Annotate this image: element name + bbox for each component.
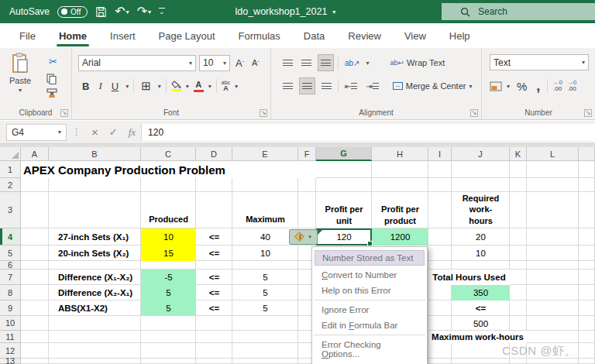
cell-H4[interactable]: 1200: [372, 228, 428, 246]
decrease-indent-button[interactable]: ⇤: [342, 77, 359, 94]
grid-cell-blank[interactable]: [141, 316, 196, 331]
borders-button[interactable]: ⊞: [139, 77, 153, 94]
grid-cell-blank[interactable]: [316, 178, 372, 192]
grid-cell-blank[interactable]: [527, 228, 579, 246]
grid-cell-blank[interactable]: [232, 359, 298, 364]
menu-item-ignore-error[interactable]: Ignore Error: [312, 302, 427, 318]
cell-D8[interactable]: <=: [196, 285, 232, 300]
grid-cell-blank[interactable]: [232, 343, 298, 359]
row-header-4[interactable]: 4: [0, 228, 21, 246]
col-header-F[interactable]: F: [298, 147, 316, 161]
grid-cell-blank[interactable]: [428, 228, 452, 246]
row-header-1[interactable]: 1: [0, 161, 21, 178]
tab-data[interactable]: Data: [292, 23, 336, 48]
grid-cell-blank[interactable]: [510, 178, 527, 192]
grid-cell-blank[interactable]: [21, 270, 49, 285]
percent-style-button[interactable]: %: [514, 77, 529, 94]
grid-cell-blank[interactable]: [298, 192, 316, 228]
grid-cell-blank[interactable]: [49, 331, 141, 343]
grid-cell-blank[interactable]: [141, 178, 196, 192]
grid-cell-blank[interactable]: [510, 192, 527, 228]
orientation-caret-icon[interactable]: ▾: [366, 60, 370, 67]
grid-cell-blank[interactable]: [579, 161, 595, 178]
grid-cell-blank[interactable]: [21, 316, 49, 331]
cell-B5[interactable]: 20-inch Sets (X₂): [49, 246, 141, 261]
grid-cell-blank[interactable]: [21, 285, 49, 300]
grid-cell-blank[interactable]: [452, 161, 510, 178]
font-color-button[interactable]: A: [194, 81, 204, 92]
grid-cell-blank[interactable]: [428, 316, 452, 331]
grid-cell-blank[interactable]: [49, 343, 141, 359]
borders-caret-icon[interactable]: ▾: [158, 83, 161, 90]
grid-cell-blank[interactable]: [428, 161, 452, 178]
tab-help[interactable]: Help: [438, 23, 482, 48]
fill-color-caret-icon[interactable]: ▾: [186, 83, 189, 90]
grid-cell-blank[interactable]: [21, 246, 49, 261]
grid-cell-blank[interactable]: [510, 300, 527, 316]
font-size-select[interactable]: 10▾: [199, 55, 230, 71]
redo-button[interactable]: ↷▾: [137, 5, 151, 18]
col-header-I[interactable]: I: [428, 147, 452, 161]
grid-cell-blank[interactable]: [141, 359, 196, 364]
accounting-format-button[interactable]: [490, 81, 502, 91]
row-header-3[interactable]: 3: [0, 192, 21, 228]
cell-G4[interactable]: 120: [316, 228, 372, 246]
align-right-button[interactable]: [319, 77, 334, 94]
align-bottom-button[interactable]: [318, 54, 334, 71]
grid-cell-blank[interactable]: [510, 270, 527, 285]
number-dialog-launcher[interactable]: ↘: [584, 109, 592, 117]
grid-cell-blank[interactable]: [428, 359, 452, 364]
autosave-toggle[interactable]: Off: [57, 6, 88, 18]
cell-J9[interactable]: <=: [452, 300, 510, 316]
paste-caret-icon[interactable]: ▾: [19, 87, 22, 94]
grid-cell-blank[interactable]: [196, 261, 232, 270]
grid-cell-blank[interactable]: [21, 228, 49, 246]
copy-button[interactable]: [46, 74, 60, 84]
grid-cell-blank[interactable]: [428, 192, 452, 228]
col-header-B[interactable]: B: [49, 147, 141, 161]
col-header-A[interactable]: A: [21, 147, 49, 161]
formula-input[interactable]: 120: [141, 124, 595, 141]
decrease-decimal-button[interactable]: →0.00: [567, 80, 576, 92]
cell-C5[interactable]: 15: [141, 246, 196, 261]
grid-cell-blank[interactable]: [49, 192, 141, 228]
bold-button[interactable]: B: [80, 77, 91, 94]
cell-B4[interactable]: 27-inch Sets (X₁): [49, 228, 141, 246]
name-box-caret-icon[interactable]: ▾: [58, 129, 61, 136]
grid-cell-blank[interactable]: [579, 331, 595, 343]
search-input[interactable]: Search: [442, 3, 595, 20]
align-left-button[interactable]: [280, 77, 295, 94]
insert-function-icon[interactable]: fx: [123, 126, 141, 139]
grid-cell-blank[interactable]: [21, 261, 49, 270]
cell-B7[interactable]: Difference (X₁-X₂): [49, 270, 141, 285]
grid-cell-blank[interactable]: [232, 331, 298, 343]
col-header-E[interactable]: E: [232, 147, 298, 161]
menu-item-error-checking-options[interactable]: Error Checking Options...: [312, 337, 427, 362]
grid-cell-blank[interactable]: [527, 161, 579, 178]
grid-cell-blank[interactable]: [527, 300, 579, 316]
row-header-5[interactable]: 5: [0, 246, 21, 261]
enter-entry-icon[interactable]: ✓: [104, 126, 123, 138]
row-header-6[interactable]: 6: [0, 261, 21, 270]
grid-cell-blank[interactable]: [579, 270, 595, 285]
grid-cell-blank[interactable]: [298, 178, 316, 192]
grid-cell-blank[interactable]: [527, 316, 579, 331]
grid-cell-blank[interactable]: [21, 192, 49, 228]
underline-button[interactable]: U: [109, 77, 121, 94]
grid-cell-blank[interactable]: [141, 343, 196, 359]
grid-cell-blank[interactable]: [21, 331, 49, 343]
fill-color-button[interactable]: [171, 81, 181, 91]
grid-cell-blank[interactable]: [141, 261, 196, 270]
cell-J8[interactable]: 350: [452, 285, 510, 300]
cell-B9[interactable]: ABS(X1-X2): [49, 300, 141, 316]
grid-cell-blank[interactable]: [579, 300, 595, 316]
error-options-button[interactable]: ! ▾: [289, 229, 318, 245]
col-header-partial[interactable]: [579, 147, 595, 161]
grid-cell-blank[interactable]: [232, 261, 298, 270]
grid-cell-blank[interactable]: [579, 316, 595, 331]
grid-cell-blank[interactable]: [579, 261, 595, 270]
grid-cell-blank[interactable]: [579, 192, 595, 228]
tab-view[interactable]: View: [393, 23, 438, 48]
number-format-select[interactable]: Text▾: [490, 54, 589, 70]
grid-cell-blank[interactable]: [527, 261, 579, 270]
